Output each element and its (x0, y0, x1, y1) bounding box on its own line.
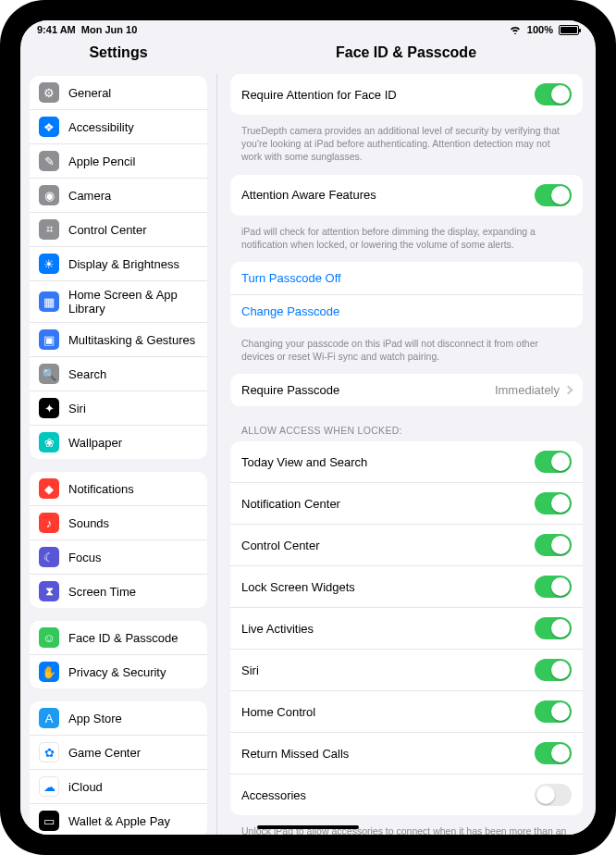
attention-aware-label: Attention Aware Features (241, 188, 376, 202)
sidebar-item-privacy-security[interactable]: ✋Privacy & Security (30, 654, 207, 688)
focus-icon: ☾ (39, 547, 59, 567)
notifications-icon: ◆ (39, 478, 59, 499)
require-passcode-label: Require Passcode (241, 383, 339, 397)
require-attention-toggle[interactable] (535, 83, 572, 105)
sidebar-item-wallpaper[interactable]: ❀Wallpaper (30, 425, 207, 459)
change-passcode-label: Change Passcode (241, 304, 339, 318)
allow-access-header: Allow Access When Locked: (230, 412, 583, 441)
turn-passcode-off-button[interactable]: Turn Passcode Off (230, 262, 583, 294)
sidebar-item-label: Accessibility (68, 120, 198, 134)
sidebar-item-display-brightness[interactable]: ☀Display & Brightness (30, 246, 207, 280)
home-control-row[interactable]: Home Control (230, 690, 583, 732)
return-missed-calls-toggle[interactable] (535, 742, 572, 764)
apple-pencil-icon: ✎ (39, 151, 59, 171)
sidebar-item-label: Multitasking & Gestures (68, 333, 198, 347)
settings-sidebar[interactable]: ⚙General❖Accessibility✎Apple Pencil◉Came… (20, 74, 216, 835)
icloud-icon: ☁ (39, 776, 59, 797)
sidebar-item-label: Screen Time (68, 585, 198, 599)
live-activities-label: Live Activities (241, 622, 314, 636)
notification-center-row[interactable]: Notification Center (230, 482, 583, 524)
control-center-label: Control Center (241, 539, 320, 552)
sidebar-item-label: Wallet & Apple Pay (68, 814, 198, 828)
sidebar-item-camera[interactable]: ◉Camera (30, 178, 207, 212)
sidebar-item-multitasking-gestures[interactable]: ▣Multitasking & Gestures (30, 322, 207, 356)
live-activities-toggle[interactable] (535, 617, 572, 639)
general-icon: ⚙ (39, 82, 59, 103)
app-store-icon: A (39, 708, 59, 728)
sidebar-item-label: Search (68, 367, 198, 381)
change-passcode-button[interactable]: Change Passcode (230, 294, 583, 328)
lock-screen-widgets-label: Lock Screen Widgets (241, 580, 355, 594)
lock-screen-widgets-toggle[interactable] (535, 576, 572, 598)
sidebar-item-general[interactable]: ⚙General (30, 76, 207, 109)
sidebar-item-accessibility[interactable]: ❖Accessibility (30, 109, 207, 143)
change-passcode-footer: Changing your passcode on this iPad will… (230, 333, 583, 374)
face-id-passcode-icon: ☺ (39, 627, 59, 648)
sidebar-item-siri[interactable]: ✦Siri (30, 390, 207, 425)
control-center-toggle[interactable] (535, 534, 572, 556)
require-passcode-value: Immediately (495, 383, 560, 397)
battery-percent: 100% (527, 24, 553, 35)
detail-title: Face ID & Passcode (216, 39, 596, 73)
status-date: Mon Jun 10 (81, 24, 138, 35)
sidebar-item-icloud[interactable]: ☁iCloud (30, 769, 207, 803)
sidebar-item-face-id-passcode[interactable]: ☺Face ID & Passcode (30, 621, 207, 654)
sidebar-item-label: App Store (68, 712, 198, 725)
return-missed-calls-label: Return Missed Calls (241, 747, 349, 761)
attention-aware-row[interactable]: Attention Aware Features (230, 175, 583, 216)
accessories-toggle[interactable] (535, 784, 572, 806)
sidebar-item-label: Camera (68, 189, 198, 203)
today-view-and-search-toggle[interactable] (535, 451, 572, 473)
sidebar-item-game-center[interactable]: ✿Game Center (30, 735, 207, 769)
sidebar-item-label: Display & Brightness (68, 257, 198, 271)
return-missed-calls-row[interactable]: Return Missed Calls (230, 732, 583, 774)
require-attention-label: Require Attention for Face ID (241, 88, 397, 102)
attention-aware-toggle[interactable] (535, 184, 572, 206)
sidebar-item-label: Privacy & Security (68, 665, 198, 679)
camera-icon: ◉ (39, 185, 59, 205)
sidebar-item-wallet-apple-pay[interactable]: ▭Wallet & Apple Pay (30, 803, 207, 835)
sidebar-item-label: iCloud (68, 780, 198, 794)
home-screen-app-library-icon: ▦ (39, 291, 59, 312)
wallpaper-icon: ❀ (39, 432, 59, 452)
siri-toggle[interactable] (535, 659, 572, 681)
accessibility-icon: ❖ (39, 117, 59, 137)
sidebar-item-label: Siri (68, 402, 198, 415)
chevron-right-icon (564, 386, 573, 395)
home-indicator (257, 825, 359, 829)
siri-row[interactable]: Siri (230, 649, 583, 690)
sidebar-item-notifications[interactable]: ◆Notifications (30, 472, 207, 505)
status-time: 9:41 AM (37, 24, 76, 35)
sidebar-item-sounds[interactable]: ♪Sounds (30, 505, 207, 539)
sidebar-item-screen-time[interactable]: ⧗Screen Time (30, 574, 207, 608)
siri-icon: ✦ (39, 398, 59, 418)
sidebar-item-apple-pencil[interactable]: ✎Apple Pencil (30, 143, 207, 178)
game-center-icon: ✿ (39, 742, 59, 762)
sidebar-item-label: Home Screen & App Library (68, 288, 198, 316)
live-activities-row[interactable]: Live Activities (230, 607, 583, 649)
home-control-toggle[interactable] (535, 700, 572, 723)
require-passcode-row[interactable]: Require Passcode Immediately (230, 374, 583, 406)
multitasking-gestures-icon: ▣ (39, 329, 59, 350)
today-view-and-search-row[interactable]: Today View and Search (230, 441, 583, 482)
sidebar-item-home-screen-app-library[interactable]: ▦Home Screen & App Library (30, 280, 207, 322)
sidebar-item-label: Wallpaper (68, 436, 198, 450)
wallet-apple-pay-icon: ▭ (39, 811, 59, 831)
lock-screen-widgets-row[interactable]: Lock Screen Widgets (230, 565, 583, 607)
require-attention-row[interactable]: Require Attention for Face ID (230, 74, 583, 115)
detail-pane[interactable]: Require Attention for Face ID TrueDepth … (216, 74, 596, 835)
sidebar-item-focus[interactable]: ☾Focus (30, 539, 207, 574)
sidebar-item-label: Focus (68, 551, 198, 564)
sidebar-item-app-store[interactable]: AApp Store (30, 701, 207, 735)
sidebar-item-label: Control Center (68, 223, 198, 237)
control-center-row[interactable]: Control Center (230, 524, 583, 565)
sidebar-item-label: Game Center (68, 746, 198, 760)
notification-center-toggle[interactable] (535, 492, 572, 514)
sounds-icon: ♪ (39, 513, 59, 533)
siri-label: Siri (241, 663, 259, 677)
sidebar-item-search[interactable]: 🔍Search (30, 356, 207, 390)
accessories-row[interactable]: Accessories (230, 774, 583, 815)
privacy-security-icon: ✋ (39, 662, 59, 682)
sidebar-item-control-center[interactable]: ⌗Control Center (30, 212, 207, 246)
sidebar-item-label: Notifications (68, 482, 198, 496)
